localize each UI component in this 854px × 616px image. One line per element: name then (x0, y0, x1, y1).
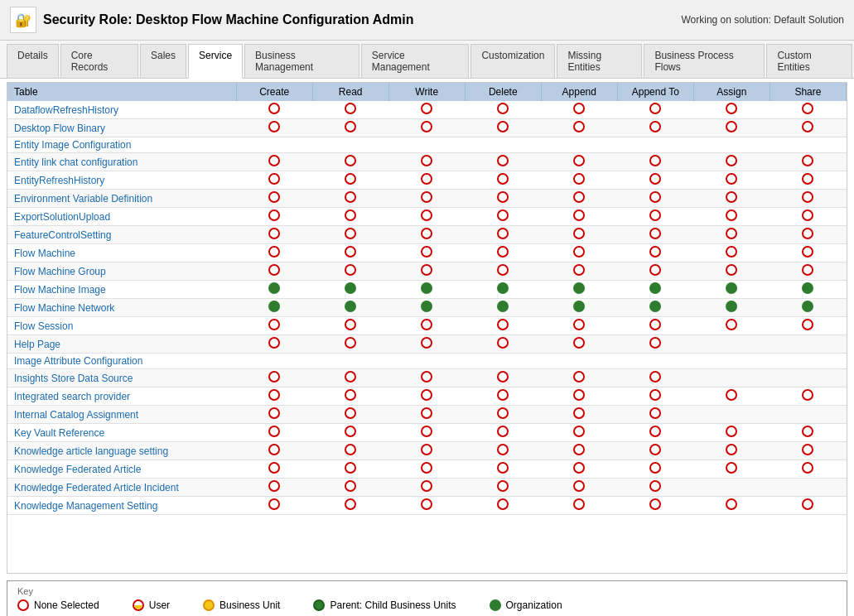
table-cell-permission[interactable] (770, 335, 846, 354)
table-cell-permission[interactable] (465, 208, 541, 226)
table-cell-permission[interactable] (312, 479, 388, 497)
permission-none-icon[interactable] (345, 246, 356, 257)
table-cell-permission[interactable] (770, 101, 846, 119)
table-cell-permission[interactable] (312, 244, 388, 262)
table-cell-permission[interactable] (770, 317, 846, 335)
permission-none-icon[interactable] (573, 462, 585, 474)
permission-none-icon[interactable] (726, 246, 737, 257)
table-cell-permission[interactable] (693, 153, 770, 171)
permission-none-icon[interactable] (345, 371, 356, 383)
table-cell-permission[interactable] (693, 317, 770, 335)
permission-none-icon[interactable] (649, 121, 661, 132)
table-cell-name[interactable]: Knowledge Management Setting (7, 497, 236, 515)
permission-none-icon[interactable] (421, 121, 432, 132)
table-cell-permission[interactable] (693, 479, 770, 497)
permission-none-icon[interactable] (802, 173, 813, 185)
permission-none-icon[interactable] (497, 498, 509, 510)
permission-none-icon[interactable] (345, 103, 356, 114)
permission-none-icon[interactable] (726, 191, 737, 203)
permission-none-icon[interactable] (421, 228, 432, 239)
permission-none-icon[interactable] (497, 480, 509, 492)
table-cell-name[interactable]: Internal Catalog Assignment (7, 406, 236, 424)
table-cell-permission[interactable] (541, 460, 617, 479)
table-cell-permission[interactable] (465, 460, 541, 479)
table-cell-name[interactable]: Flow Machine Group (7, 262, 236, 281)
permission-none-icon[interactable] (268, 191, 280, 203)
table-cell-permission[interactable] (770, 354, 846, 369)
table-cell-permission[interactable] (465, 317, 541, 335)
table-cell-permission[interactable] (388, 335, 465, 354)
permission-none-icon[interactable] (802, 191, 813, 203)
table-cell-permission[interactable] (312, 190, 388, 208)
table-cell-permission[interactable] (617, 479, 693, 497)
table-cell-permission[interactable] (770, 137, 846, 153)
table-cell-name[interactable]: DataflowRefreshHistory (7, 101, 236, 119)
table-cell-permission[interactable] (693, 281, 770, 299)
permission-none-icon[interactable] (649, 209, 661, 221)
permission-none-icon[interactable] (497, 228, 509, 239)
table-cell-permission[interactable] (465, 369, 541, 387)
permission-none-icon[interactable] (573, 337, 585, 349)
table-cell-permission[interactable] (312, 335, 388, 354)
permission-none-icon[interactable] (649, 389, 661, 401)
permission-none-icon[interactable] (268, 426, 280, 437)
table-cell-permission[interactable] (770, 299, 846, 317)
table-cell-permission[interactable] (693, 406, 770, 424)
permission-none-icon[interactable] (268, 444, 280, 455)
table-cell-permission[interactable] (541, 369, 617, 387)
permission-none-icon[interactable] (802, 209, 813, 221)
table-cell-name[interactable]: FeatureControlSetting (7, 226, 236, 244)
permission-none-icon[interactable] (649, 407, 661, 419)
permission-none-icon[interactable] (345, 191, 356, 203)
table-cell-permission[interactable] (693, 226, 770, 244)
permission-none-icon[interactable] (573, 444, 585, 455)
permission-org-icon[interactable] (268, 301, 280, 312)
permission-none-icon[interactable] (573, 191, 585, 203)
table-cell-permission[interactable] (465, 387, 541, 406)
table-cell-permission[interactable] (693, 262, 770, 281)
tab-business-management[interactable]: Business Management (244, 44, 359, 78)
table-cell-permission[interactable] (388, 354, 465, 369)
table-cell-permission[interactable] (388, 479, 465, 497)
permission-none-icon[interactable] (802, 389, 813, 401)
table-cell-permission[interactable] (388, 244, 465, 262)
table-cell-name[interactable]: Image Attribute Configuration (7, 354, 236, 369)
permission-none-icon[interactable] (268, 103, 280, 114)
table-cell-permission[interactable] (617, 101, 693, 119)
table-cell-permission[interactable] (388, 369, 465, 387)
tab-customization[interactable]: Customization (470, 44, 555, 78)
table-cell-permission[interactable] (617, 281, 693, 299)
table-cell-permission[interactable] (541, 101, 617, 119)
permission-none-icon[interactable] (649, 228, 661, 239)
table-cell-permission[interactable] (770, 479, 846, 497)
table-cell-permission[interactable] (465, 497, 541, 515)
table-cell-permission[interactable] (693, 497, 770, 515)
table-cell-permission[interactable] (770, 406, 846, 424)
table-cell-permission[interactable] (770, 369, 846, 387)
table-cell-permission[interactable] (617, 387, 693, 406)
table-cell-permission[interactable] (541, 497, 617, 515)
table-cell-permission[interactable] (617, 442, 693, 460)
table-cell-permission[interactable] (617, 171, 693, 190)
tab-core-records[interactable]: Core Records (60, 44, 138, 78)
table-cell-permission[interactable] (312, 226, 388, 244)
permission-none-icon[interactable] (421, 319, 432, 330)
permission-org-icon[interactable] (802, 282, 813, 294)
permission-none-icon[interactable] (497, 155, 509, 166)
table-cell-permission[interactable] (236, 406, 312, 424)
table-cell-permission[interactable] (465, 281, 541, 299)
permission-none-icon[interactable] (268, 121, 280, 132)
permission-none-icon[interactable] (345, 155, 356, 166)
permission-none-icon[interactable] (726, 498, 737, 510)
permission-org-icon[interactable] (573, 301, 585, 312)
permission-none-icon[interactable] (649, 264, 661, 276)
table-cell-permission[interactable] (617, 137, 693, 153)
permission-none-icon[interactable] (421, 209, 432, 221)
permission-none-icon[interactable] (421, 173, 432, 185)
permission-none-icon[interactable] (421, 371, 432, 383)
table-cell-permission[interactable] (465, 354, 541, 369)
table-cell-name[interactable]: Knowledge article language setting (7, 442, 236, 460)
table-cell-permission[interactable] (541, 137, 617, 153)
permission-none-icon[interactable] (421, 191, 432, 203)
table-cell-permission[interactable] (236, 153, 312, 171)
